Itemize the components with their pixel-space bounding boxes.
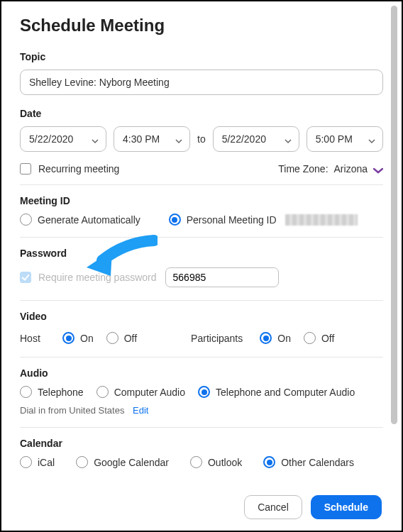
start-time-value: 4:30 PM [123,133,160,145]
timezone-select[interactable]: Time Zone: Arizona [278,163,383,174]
divider [20,300,383,301]
computer-label: Computer Audio [114,387,185,398]
participants-video-on-radio[interactable]: On [260,332,291,344]
end-date-select[interactable]: 5/22/2020 [213,126,299,152]
audio-computer-radio[interactable]: Computer Audio [96,386,185,398]
start-date-value: 5/22/2020 [29,133,73,145]
host-video-on-radio[interactable]: On [62,332,94,344]
start-date-select[interactable]: 5/22/2020 [20,126,106,152]
checkbox-icon [20,272,31,283]
require-password-label: Require meeting password [38,272,157,283]
personal-label: Personal Meeting ID [187,214,277,226]
host-label: Host [20,333,50,344]
radio-icon [304,332,316,344]
cancel-button[interactable]: Cancel [244,495,302,519]
dialog-title: Schedule Meeting [20,16,383,35]
generate-auto-radio[interactable]: Generate Automatically [20,214,140,226]
chevron-down-icon [175,135,182,143]
audio-label: Audio [20,367,383,379]
radio-icon [198,386,210,398]
divider [20,427,383,428]
require-password-checkbox[interactable]: Require meeting password [20,272,157,283]
radio-icon [169,214,181,226]
calendar-google-radio[interactable]: Google Calendar [76,456,169,468]
meeting-id-label: Meeting ID [20,195,383,206]
end-time-select[interactable]: 5:00 PM [307,126,383,152]
off-label: Off [124,333,137,344]
timezone-label: Time Zone: [278,163,328,174]
personal-id-value [285,214,358,226]
schedule-meeting-dialog: Schedule Meeting Topic Date 5/22/2020 4:… [3,3,400,529]
recurring-checkbox[interactable]: Recurring meeting [20,163,119,174]
recurring-label: Recurring meeting [38,163,119,174]
radio-icon [96,386,109,398]
calendar-outlook-radio[interactable]: Outlook [190,456,242,468]
radio-icon [190,456,202,468]
radio-icon [260,332,272,344]
edit-dial-link[interactable]: Edit [133,405,148,416]
participants-video-off-radio[interactable]: Off [304,332,334,344]
scrollbar[interactable] [391,6,397,424]
calendar-other-radio[interactable]: Other Calendars [263,456,354,468]
password-input[interactable] [165,267,279,287]
divider [20,357,383,358]
on-label: On [277,333,291,344]
radio-icon [76,456,88,468]
topic-input[interactable] [20,70,383,95]
chevron-down-icon [285,135,292,143]
chevron-down-icon [373,165,383,172]
timezone-value: Arizona [334,163,368,174]
radio-icon [20,456,32,468]
topic-label: Topic [20,51,383,62]
personal-id-radio[interactable]: Personal Meeting ID [169,214,358,226]
on-label: On [80,333,94,344]
calendar-ical-radio[interactable]: iCal [20,456,55,468]
end-time-value: 5:00 PM [316,133,353,145]
radio-icon [263,456,275,468]
radio-icon [20,214,32,226]
to-label: to [197,133,206,145]
participants-label: Participants [191,333,243,344]
divider [20,237,383,238]
dial-in-label: Dial in from United States [20,405,124,416]
calendar-label: Calendar [20,438,383,449]
telephone-label: Telephone [38,387,84,398]
other-label: Other Calendars [281,457,354,468]
password-label: Password [20,248,383,259]
ical-label: iCal [38,457,55,468]
radio-icon [20,386,32,398]
generate-label: Generate Automatically [38,214,140,226]
audio-both-radio[interactable]: Telephone and Computer Audio [198,386,355,398]
end-date-value: 5/22/2020 [222,133,266,145]
audio-telephone-radio[interactable]: Telephone [20,386,84,398]
radio-icon [62,332,74,344]
both-label: Telephone and Computer Audio [216,387,355,398]
schedule-button[interactable]: Schedule [311,495,382,519]
google-label: Google Calendar [94,457,169,468]
chevron-down-icon [92,135,99,143]
divider [20,184,383,185]
dialog-footer: Cancel Schedule [244,495,382,519]
host-video-off-radio[interactable]: Off [106,332,137,344]
radio-icon [106,332,118,344]
off-label: Off [321,333,334,344]
chevron-down-icon [368,135,375,143]
checkbox-icon [20,163,31,174]
outlook-label: Outlook [208,457,242,468]
start-time-select[interactable]: 4:30 PM [114,126,190,152]
video-label: Video [20,311,383,322]
date-label: Date [20,108,383,119]
